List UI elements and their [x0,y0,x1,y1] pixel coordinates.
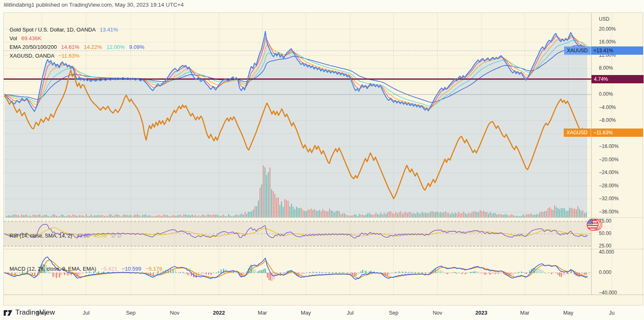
time-label-2022: 2022 [213,310,225,316]
legend-macd-hist-value: −5.421 [101,266,117,272]
time-label-2023: 2023 [476,310,488,316]
legend-macd-value: −10.599 [122,266,141,272]
tradingview-logo-icon [3,308,13,317]
legend-macd-signal-value: −5.178 [146,266,162,272]
price-tick--36: −36.00% [599,209,619,215]
legend-ema-label: EMA 20/50/100/200 [10,44,57,50]
legend-symbol-title: Gold Spot / U.S. Dollar, 1D, OANDA [10,27,95,33]
rsi-tick-25: 25.00 [599,243,611,249]
time-label-Jul: Jul [347,310,354,316]
price-tick--16: −16.00% [599,143,619,149]
tradingview-brand-text: TradingView [15,308,55,317]
tradingview-footer-link[interactable]: TradingView [3,308,55,317]
price-axis-currency: USD [599,16,609,22]
time-label-Ju: Ju [609,310,615,316]
xauusd-badge-value: +13.41% [591,46,616,55]
time-label-Sep: Sep [389,310,398,316]
chart-frame[interactable]: Gold Spot / U.S. Dollar, 1D, OANDA 13.41… [3,12,643,305]
legend-vol-label: Vol [10,35,17,41]
legend-rsi-label: RSI (14, close, SMA, 14, 2) [10,233,72,239]
time-label-May: May [563,310,574,316]
time-label-Mar: Mar [258,310,267,316]
time-label-May: May [301,310,311,316]
price-tick--4: −4.00% [599,104,616,110]
level-line-badge: 4.74% [591,75,644,83]
macd-tick--40: −40.000 [599,290,617,296]
price-tick-8: 8.00% [599,65,613,71]
price-tick--8: −8.00% [599,117,616,123]
legend-rsi-value: 43.60 [77,233,89,239]
xagusd-badge-value: −11.63% [591,128,615,137]
rsi-tick-50: 50.00 [599,230,611,236]
macd-tick-0: 0.000 [599,269,611,275]
legend-volume-row[interactable]: Vol 69.436K [10,35,41,41]
price-tick--24: −24.00% [599,170,619,175]
price-tick-16: 16.00% [599,39,616,45]
legend-macd-label: MACD (12, 26, close, 9, EMA, EMA) [10,266,96,272]
legend-ema100-value: 12.00% [106,44,125,50]
price-tick--32: −32.00% [599,196,619,201]
legend-vol-value: 69.436K [22,35,41,41]
legend-main-row[interactable]: Gold Spot / U.S. Dollar, 1D, OANDA 13.41… [10,27,118,33]
legend-symbol-change: 13.41% [100,27,118,33]
price-tick--20: −20.00% [599,157,619,162]
macd-tick-40: 40.000 [599,249,614,255]
publish-header-text: lilitlindabrig1 published on TradingView… [4,2,184,8]
legend-ema200-value: 9.09% [129,44,144,50]
xagusd-price-badge: XAGUSD −11.63% [564,128,643,137]
xauusd-badge-label: XAUUSD [564,46,591,55]
legend-macd-row[interactable]: MACD (12, 26, close, 9, EMA, EMA) −5.421… [10,266,162,272]
price-tick--28: −28.00% [599,183,619,189]
price-tick-0: 0.00% [599,91,613,97]
xagusd-badge-label: XAGUSD [564,128,591,137]
legend-ema20-value: 14.61% [61,44,79,50]
time-label-Nov: Nov [170,310,179,316]
time-label-Nov: Nov [433,310,442,316]
legend-rsi-row[interactable]: RSI (14, close, SMA, 14, 2) 43.60 45.09 … [10,233,122,239]
legend-xag-label: XAGUSD, OANDA [10,53,54,59]
legend-ema-row[interactable]: EMA 20/50/100/200 14.61% 14.22% 12.00% 9… [10,44,144,50]
price-tick-20: 20.00% [599,26,616,32]
level-badge-value: 4.74% [591,75,610,83]
legend-rsi-empty-glyphs: ∅ ∅ [111,233,121,239]
legend-ema50-value: 14.22% [84,44,102,50]
xauusd-price-badge: XAUUSD +13.41% [564,46,643,55]
time-label-Jul: Jul [83,310,90,316]
legend-rsi-sma-value: 45.09 [94,233,107,239]
time-label-Sep: Sep [126,310,135,316]
time-label-Mar: Mar [520,310,529,316]
tradingview-snapshot: lilitlindabrig1 published on TradingView… [0,0,644,320]
legend-xag-row[interactable]: XAGUSD, OANDA −11.63% [10,53,79,59]
flag-coin-watermark-icon [584,218,604,231]
legend-xag-value: −11.63% [58,53,79,59]
chart-canvas[interactable] [4,13,644,306]
